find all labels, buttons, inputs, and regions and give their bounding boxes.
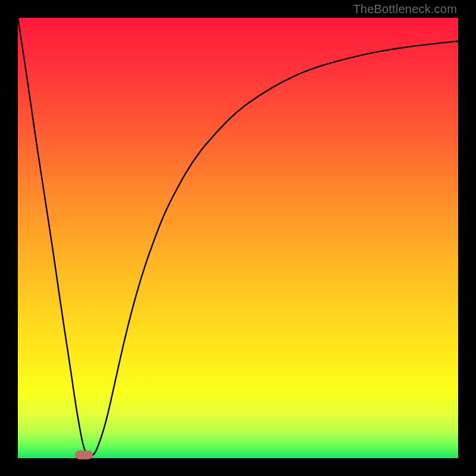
watermark-text: TheBottleneck.com	[353, 2, 457, 16]
optimal-marker	[75, 450, 93, 459]
bottleneck-curve	[18, 18, 458, 458]
outer-frame: TheBottleneck.com	[0, 0, 476, 476]
